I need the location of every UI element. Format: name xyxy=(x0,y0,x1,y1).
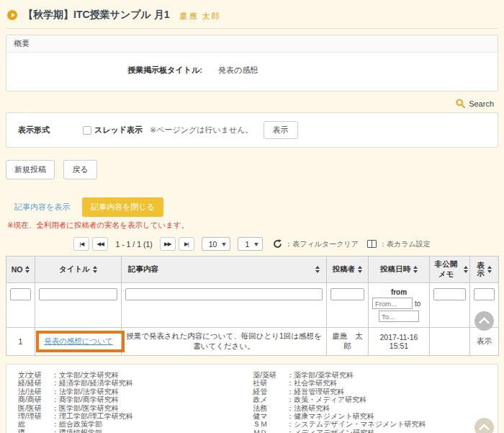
overview-panel-body: 授業掲示板タイトル: 発表の感想 xyxy=(6,53,498,91)
cell-no: 1 xyxy=(6,328,35,356)
legend-abbr: ＭＤ xyxy=(253,429,287,433)
page-number-value: 1 xyxy=(245,240,249,249)
page-size-select[interactable]: 10 xyxy=(202,237,231,251)
legend-item: 文/文研：文学部/文学研究科 xyxy=(18,371,253,379)
search-toggle[interactable]: Search xyxy=(456,99,494,108)
legend-item: 経/経研：経済学部/経済学研究科 xyxy=(18,379,253,387)
header-display[interactable]: 表示 xyxy=(470,256,499,283)
last-page-button[interactable]: ▶| xyxy=(179,237,194,251)
column-settings-icon[interactable] xyxy=(367,240,377,248)
cell-posted: 2017-11-16 15:51 xyxy=(369,328,430,356)
legend-item: 薬/薬研：薬学部/薬学研究科 xyxy=(253,371,487,379)
legend-abbr: 経/経研 xyxy=(18,379,52,387)
thread-display-label: スレッド表示 xyxy=(94,125,143,135)
legend-desc: ：経営管理研究科 xyxy=(287,388,344,396)
post-title-link[interactable]: 発表の感想について xyxy=(44,336,113,345)
sort-icon xyxy=(93,266,97,273)
overview-panel: 概要 授業掲示板タイトル: 発表の感想 xyxy=(6,35,498,91)
legend-abbr: 健マ xyxy=(253,412,287,420)
legend-desc: ：経済学部/経済学研究科 xyxy=(52,379,133,387)
sort-icon xyxy=(413,266,418,273)
legend-desc: ：社会学研究科 xyxy=(287,379,337,387)
legend-item: 環：環境情報学部 xyxy=(18,429,253,433)
search-icon xyxy=(456,99,465,108)
header-title[interactable]: タイトル xyxy=(35,256,122,283)
filter-display-input[interactable] xyxy=(474,288,495,300)
sort-icon xyxy=(464,266,468,273)
legend-abbr: 政メ xyxy=(253,396,287,403)
header-posted[interactable]: 投稿日時 xyxy=(369,256,430,283)
legend-item: 法/法研：法学部/法学研究科 xyxy=(18,388,253,396)
tab-hide-article-content[interactable]: 記事内容を閉じる xyxy=(82,197,163,217)
table-header-row: NO タイトル 記事内容 投稿者 投稿日時 非公開メモ 表示 xyxy=(6,256,499,283)
filter-clear-button[interactable] xyxy=(273,239,282,249)
legend-item: 理/理研：理工学部/理工学研究科 xyxy=(18,412,253,420)
legend-desc: ：医学部/医学研究科 xyxy=(52,404,119,412)
legend-abbr: 経管 xyxy=(253,388,287,396)
filter-author-input[interactable] xyxy=(330,288,364,300)
filter-content-input[interactable] xyxy=(125,288,323,300)
back-button[interactable]: 戻る xyxy=(63,160,96,179)
legend-item: 健マ：健康マネジメント研究科 xyxy=(253,412,487,420)
scroll-to-top-button[interactable] xyxy=(474,311,494,331)
legend-item: 医/医研：医学部/医学研究科 xyxy=(18,404,253,412)
page: 【秋学期】ITC授業サンプル 月1 慶應 太郎 概要 授業掲示板タイトル: 発表… xyxy=(0,0,504,433)
filter-title-input[interactable] xyxy=(39,288,117,300)
legend-abbr: 法/法研 xyxy=(18,388,52,396)
legend-desc: ：法務研究科 xyxy=(287,404,330,412)
legend-item: 法務：法務研究科 xyxy=(253,404,487,412)
legend-item: 社研：社会学研究科 xyxy=(253,379,487,387)
filter-posted-from-input[interactable] xyxy=(372,298,413,309)
realname-notice: ※現在、全利用者に投稿者の実名を表示しています。 xyxy=(7,220,498,231)
instructor-name: 慶應 太郎 xyxy=(180,11,221,22)
board-title-value: 発表の感想 xyxy=(218,65,258,76)
header-no[interactable]: NO xyxy=(6,256,35,283)
column-settings-label: ：表カラム設定 xyxy=(379,239,431,249)
filter-from-label: from xyxy=(372,288,426,296)
legend-abbr: 理/理研 xyxy=(18,412,52,420)
header-author-label: 投稿者 xyxy=(333,264,356,274)
highlight-annotation-box: 発表の感想について xyxy=(36,331,125,352)
search-label: Search xyxy=(469,99,494,108)
cell-author: 慶應 太郎 xyxy=(327,328,369,356)
header-posted-label: 投稿日時 xyxy=(380,264,410,274)
display-button[interactable]: 表示 xyxy=(264,121,298,139)
page-range-text: 1 - 1 / 1 (1) xyxy=(111,240,156,249)
header-memo-label: 非公開メモ xyxy=(431,259,461,280)
first-page-button[interactable]: |◀ xyxy=(73,237,89,251)
thread-display-checkbox[interactable] xyxy=(83,126,91,135)
legend-abbr: 文/文研 xyxy=(18,371,52,379)
cell-memo xyxy=(430,328,470,356)
posts-table: NO タイトル 記事内容 投稿者 投稿日時 非公開メモ 表示 from to xyxy=(6,256,499,356)
new-post-button[interactable]: 新規投稿 xyxy=(6,160,55,179)
filter-no-input[interactable] xyxy=(10,288,31,300)
faculty-legend: 文/文研：文学部/文学研究科 経/経研：経済学部/経済学研究科 法/法研：法学部… xyxy=(6,364,498,433)
legend-abbr: 総 xyxy=(18,420,52,428)
next-page-button[interactable]: ▶▶ xyxy=(160,237,176,251)
tab-show-article-content[interactable]: 記事内容を表示 xyxy=(6,197,78,217)
content-tabs: 記事内容を表示 記事内容を閉じる xyxy=(6,197,498,217)
filter-posted-to-input[interactable] xyxy=(379,311,419,322)
scroll-to-top-button-bottom[interactable] xyxy=(474,418,494,433)
header-author[interactable]: 投稿者 xyxy=(327,256,369,283)
header-display-label: 表示 xyxy=(477,262,485,277)
header-content[interactable]: 記事内容 xyxy=(122,256,327,283)
cell-content: 授業で発表された内容について、毎回ひとり1回は感想を書いてください。 xyxy=(122,328,327,356)
legend-desc: ：法学部/法学研究科 xyxy=(52,388,119,396)
page-number-select[interactable]: 1 xyxy=(238,237,263,251)
prev-page-button[interactable]: ◀◀ xyxy=(92,237,108,251)
cell-display-link[interactable]: 表示 xyxy=(470,328,499,356)
legend-left-column: 文/文研：文学部/文学研究科 経/経研：経済学部/経済学研究科 法/法研：法学部… xyxy=(18,371,253,433)
sort-icon xyxy=(358,266,362,273)
header-title-label: タイトル xyxy=(59,264,90,274)
filter-memo-input[interactable] xyxy=(433,288,466,300)
legend-abbr: 医/医研 xyxy=(18,404,52,412)
legend-abbr: 法務 xyxy=(253,404,287,412)
header-memo[interactable]: 非公開メモ xyxy=(430,256,470,283)
filter-clear-label: ：表フィルタークリア xyxy=(285,239,359,249)
arrow-circle-icon[interactable] xyxy=(7,10,17,20)
page-size-value: 10 xyxy=(209,240,217,249)
legend-desc: ：総合政策学部 xyxy=(52,420,102,428)
legend-desc: ：健康マネジメント研究科 xyxy=(287,412,374,420)
legend-abbr: 環 xyxy=(18,429,52,433)
